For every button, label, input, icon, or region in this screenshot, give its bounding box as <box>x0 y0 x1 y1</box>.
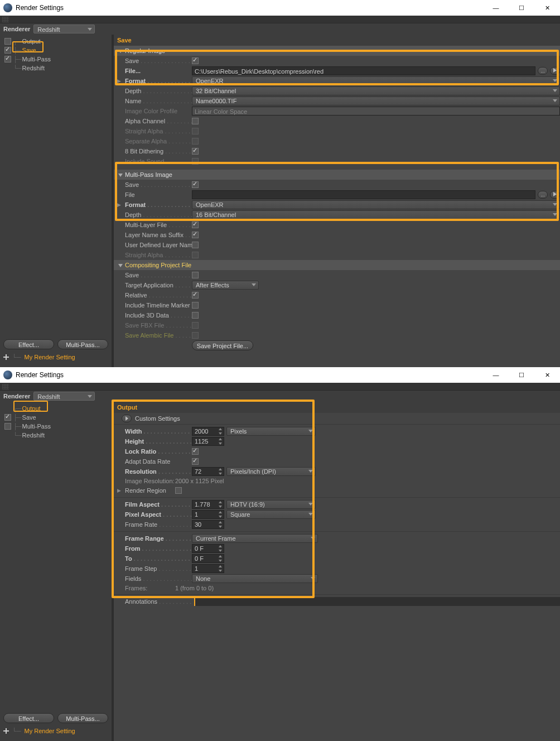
chevron-down-icon <box>88 395 92 398</box>
save-checkbox[interactable] <box>4 414 11 421</box>
comp-tm-checkbox[interactable] <box>192 302 199 309</box>
spinner-icon[interactable] <box>218 501 223 508</box>
resolution-input[interactable]: 72 <box>192 467 224 476</box>
mp-save-checkbox[interactable] <box>192 181 199 188</box>
renderer-dropdown[interactable]: Redshift <box>33 392 95 401</box>
tree-multipass[interactable]: Multi-Pass <box>21 423 52 430</box>
spinner-icon[interactable] <box>218 555 223 562</box>
comp-abc-checkbox <box>192 332 199 339</box>
mp-file-input[interactable] <box>192 190 535 199</box>
mp-format-dropdown[interactable]: OpenEXR <box>192 200 560 209</box>
effect-button[interactable]: Effect... <box>3 713 54 723</box>
width-input[interactable]: 2000 <box>192 427 224 436</box>
mp-udn-checkbox[interactable] <box>192 242 199 248</box>
toolbar <box>0 16 560 23</box>
film-aspect-dropdown[interactable]: HDTV (16:9) <box>226 500 316 509</box>
annotations-input[interactable] <box>194 597 560 606</box>
comp-rel-checkbox[interactable] <box>192 292 199 299</box>
mp-lns-label: Layer Name as Suffix <box>125 232 192 238</box>
reg-name-dropdown[interactable]: Name0000.TIF <box>192 97 560 105</box>
chevron-down-icon <box>311 577 315 580</box>
height-input[interactable]: 1125 <box>192 437 224 446</box>
save-checkbox[interactable] <box>4 47 11 54</box>
comp-save-checkbox[interactable] <box>192 272 199 278</box>
mp-depth-dropdown[interactable]: 16 Bit/Channel <box>192 210 560 219</box>
multipass-button[interactable]: Multi-Pass... <box>57 713 108 723</box>
frame-range-dropdown[interactable]: Current Frame <box>192 534 318 543</box>
comp-3d-checkbox[interactable] <box>192 312 199 319</box>
tree-output[interactable]: Output <box>21 405 42 412</box>
to-input[interactable]: 0 F <box>192 554 224 563</box>
section-compositing[interactable]: Compositing Project File <box>114 260 560 270</box>
reg-alpha-checkbox[interactable] <box>192 118 199 124</box>
effect-button[interactable]: Effect... <box>3 339 54 349</box>
frame-rate-input[interactable]: 30 <box>192 520 224 529</box>
minimize-button[interactable]: — <box>483 367 509 383</box>
fields-dropdown[interactable]: None <box>192 574 318 583</box>
mp-play-button[interactable] <box>550 191 560 199</box>
render-region-checkbox[interactable] <box>175 487 182 494</box>
spinner-icon[interactable] <box>218 468 223 475</box>
spinner-icon[interactable] <box>218 521 223 528</box>
close-button[interactable]: ✕ <box>534 367 560 383</box>
renderer-dropdown[interactable]: Redshift <box>33 25 95 33</box>
multipass-button[interactable]: Multi-Pass... <box>57 339 108 349</box>
lock-ratio-checkbox[interactable] <box>192 448 199 455</box>
mp-mlf-checkbox[interactable] <box>192 222 199 228</box>
from-input[interactable]: 0 F <box>192 544 224 553</box>
tree-save[interactable]: Save <box>21 47 37 54</box>
close-button[interactable]: ✕ <box>534 0 560 16</box>
maximize-button[interactable]: ☐ <box>509 0 534 16</box>
browse-button[interactable]: ... <box>538 67 548 75</box>
reg-sound-label: Include Sound <box>125 158 192 165</box>
grip-icon[interactable] <box>2 384 9 389</box>
resolution-label: Resolution <box>125 468 192 475</box>
reg-save-checkbox[interactable] <box>192 57 199 64</box>
reg-depth-dropdown[interactable]: 32 Bit/Channel <box>192 86 560 95</box>
mp-lns-checkbox[interactable] <box>192 232 199 238</box>
tree-redshift[interactable]: Redshift <box>21 65 46 71</box>
multipass-checkbox[interactable] <box>4 56 11 62</box>
expand-arrow-icon[interactable]: ▶ <box>117 202 121 208</box>
save-project-file-button[interactable]: Save Project File... <box>192 340 253 350</box>
preset-row[interactable]: └─My Render Setting <box>3 354 108 360</box>
comp-target-dropdown[interactable]: After Effects <box>192 281 259 290</box>
adapt-checkbox[interactable] <box>192 458 199 465</box>
section-regular-image[interactable]: Regular Image <box>114 46 560 56</box>
spinner-icon[interactable] <box>218 438 223 445</box>
tree-save[interactable]: Save <box>21 414 37 421</box>
spinner-icon[interactable] <box>218 511 223 518</box>
mp-straight-checkbox <box>192 252 199 258</box>
grip-icon[interactable] <box>2 17 9 22</box>
minimize-button[interactable]: — <box>483 0 509 16</box>
spinner-icon[interactable] <box>218 565 223 572</box>
reg-file-label[interactable]: File... <box>125 68 192 74</box>
resolution-unit-dropdown[interactable]: Pixels/Inch (DPI) <box>226 467 316 476</box>
preset-row[interactable]: └─My Render Setting <box>3 728 108 734</box>
multipass-checkbox[interactable] <box>4 423 11 430</box>
frame-step-input[interactable]: 1 <box>192 564 224 573</box>
spinner-icon[interactable] <box>218 428 223 435</box>
width-unit-dropdown[interactable]: Pixels <box>226 427 316 436</box>
tree-redshift[interactable]: Redshift <box>21 432 46 439</box>
reg-file-input[interactable]: C:\Users\Rebus_Dirk\Desktop\compression\… <box>192 66 535 75</box>
reg-dither-checkbox[interactable] <box>192 148 199 155</box>
pixel-aspect-input[interactable]: 1 <box>192 510 224 519</box>
frame-range-label: Frame Range <box>125 535 192 542</box>
mp-browse-button[interactable]: ... <box>538 191 548 199</box>
reg-format-dropdown[interactable]: OpenEXR <box>192 76 560 85</box>
play-button[interactable] <box>550 67 560 75</box>
reg-icp-field[interactable]: Linear Color Space <box>192 107 560 116</box>
render-region-label: Render Region <box>125 487 175 494</box>
expand-arrow-icon[interactable]: ▶ <box>117 488 121 493</box>
expand-arrow-icon[interactable]: ▶ <box>117 78 121 84</box>
section-multipass-image[interactable]: Multi-Pass Image <box>114 170 560 180</box>
preset-play-button[interactable] <box>122 415 132 422</box>
maximize-button[interactable]: ☐ <box>509 367 534 383</box>
pixel-aspect-dropdown[interactable]: Square <box>226 510 316 519</box>
film-aspect-input[interactable]: 1.778 <box>192 500 224 509</box>
tree-multipass[interactable]: Multi-Pass <box>21 56 52 62</box>
tree-output[interactable]: Output <box>21 38 42 45</box>
spinner-icon[interactable] <box>218 545 223 552</box>
output-checkbox[interactable] <box>4 38 11 45</box>
